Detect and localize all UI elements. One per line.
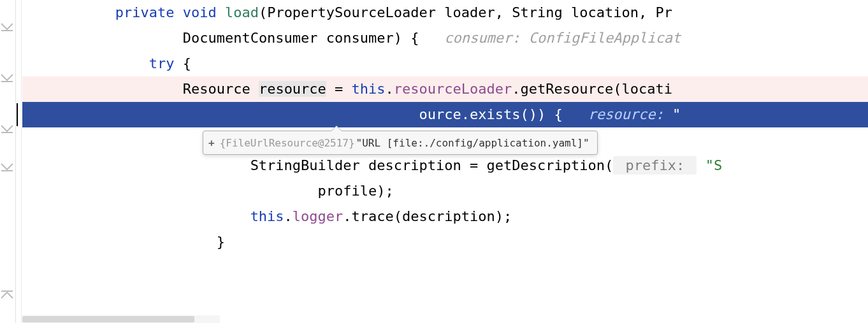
code-line[interactable]: DocumentConsumer consumer) { consumer: C… bbox=[22, 25, 868, 51]
space bbox=[174, 4, 182, 20]
method-name: load bbox=[225, 4, 259, 20]
debug-value-tooltip[interactable]: + {FileUrlResource@2517} "URL [file:./co… bbox=[203, 131, 598, 155]
inlay-hint-value: " bbox=[664, 106, 681, 122]
code-text: DocumentConsumer consumer) { bbox=[183, 30, 445, 46]
code-line[interactable]: profile); bbox=[22, 178, 868, 204]
code-line[interactable]: Resource resource = this.resourceLoader.… bbox=[22, 76, 868, 102]
space bbox=[217, 4, 225, 20]
fold-collapse-icon[interactable] bbox=[0, 21, 14, 32]
keyword-this: this bbox=[250, 208, 284, 224]
code-text: Resource bbox=[183, 81, 259, 97]
gutter-divider bbox=[15, 0, 16, 323]
code-line[interactable]: try { bbox=[22, 51, 868, 76]
indent bbox=[22, 106, 183, 122]
fold-collapse-icon[interactable] bbox=[0, 161, 14, 173]
expand-plus-icon[interactable]: + bbox=[208, 137, 215, 149]
code-line[interactable]: StringBuilder description = getDescripti… bbox=[22, 153, 868, 178]
code-text: = bbox=[326, 81, 352, 97]
code-editor[interactable]: private void load(PropertySourceLoader l… bbox=[22, 0, 868, 323]
param-hint-box: prefix: bbox=[613, 156, 697, 175]
code-text: { bbox=[174, 55, 191, 71]
code-text: ource.exists()) { bbox=[419, 106, 588, 122]
indent bbox=[22, 183, 318, 199]
caret bbox=[17, 103, 18, 126]
code-text: profile); bbox=[318, 183, 394, 199]
dot: . bbox=[284, 208, 293, 224]
code-line[interactable]: private void load(PropertySourceLoader l… bbox=[22, 0, 868, 25]
indent bbox=[22, 4, 115, 20]
code-text: } bbox=[217, 234, 225, 250]
fold-collapse-icon[interactable] bbox=[0, 72, 14, 83]
gutter bbox=[0, 0, 22, 323]
keyword-private: private bbox=[115, 4, 175, 20]
field-ref: resourceLoader bbox=[394, 81, 512, 97]
indent bbox=[22, 157, 250, 173]
keyword-try: try bbox=[149, 55, 175, 71]
inlay-hint: consumer: ConfigFileApplicat bbox=[444, 30, 681, 46]
indent bbox=[22, 208, 250, 224]
code-line-selected[interactable]: if (resource == null || !resource.exists… bbox=[22, 102, 868, 127]
dot: . bbox=[386, 81, 394, 97]
code-line[interactable]: } bbox=[22, 229, 868, 255]
keyword-void: void bbox=[183, 4, 217, 20]
code-line[interactable]: this.logger.trace(description); bbox=[22, 204, 868, 229]
fold-expand-icon[interactable] bbox=[0, 289, 14, 300]
inlay-hint-label: resource: bbox=[588, 106, 663, 122]
fold-collapse-icon[interactable] bbox=[0, 123, 14, 134]
keyword-this: this bbox=[352, 81, 386, 97]
indent bbox=[22, 132, 217, 148]
field-ref: logger bbox=[293, 208, 343, 224]
indent bbox=[22, 30, 183, 46]
indent bbox=[22, 234, 217, 250]
code-text: StringBuilder description = getDescripti… bbox=[250, 157, 614, 173]
indent bbox=[22, 55, 149, 71]
code-text: .trace(description); bbox=[343, 208, 512, 224]
indent bbox=[22, 81, 183, 97]
tooltip-value-text: "URL [file:./config/application.yaml]" bbox=[356, 137, 590, 149]
identifier-highlight: resource bbox=[259, 81, 326, 97]
code-text: (PropertySourceLoader loader, String loc… bbox=[259, 4, 672, 20]
tooltip-class-text: {FileUrlResource@2517} bbox=[220, 137, 355, 149]
scrollbar-thumb[interactable] bbox=[22, 316, 194, 322]
horizontal-scrollbar[interactable] bbox=[22, 315, 220, 323]
string-literal: "S bbox=[697, 157, 722, 173]
code-text: .getResource(locati bbox=[512, 81, 672, 97]
